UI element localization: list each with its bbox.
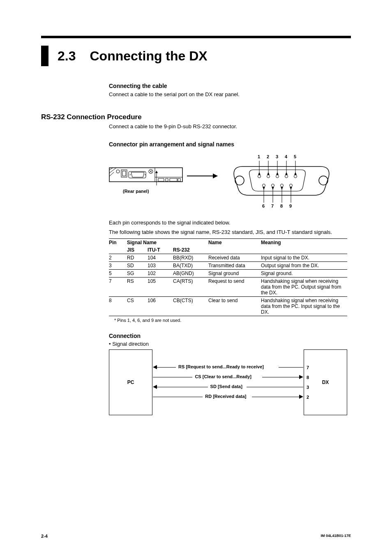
- pin-label: 9: [289, 204, 292, 208]
- table-intro-2: The following table shows the signal nam…: [109, 229, 351, 236]
- cell-jis: SG: [127, 269, 148, 277]
- pin-label: 4: [285, 154, 287, 159]
- svg-line-2: [109, 168, 116, 173]
- svg-point-27: [294, 175, 297, 178]
- svg-marker-47: [281, 187, 283, 190]
- signal-label: CS [Clear to send...Ready]: [195, 374, 251, 379]
- cell-pin: 8: [109, 296, 127, 316]
- svg-marker-20: [155, 171, 158, 173]
- svg-point-22: [319, 176, 328, 185]
- cell-meaning: Handshaking signal when receiving data f…: [261, 277, 347, 296]
- cell-jis: RS: [127, 277, 148, 296]
- svg-point-4: [116, 170, 120, 173]
- svg-marker-49: [290, 187, 292, 190]
- col-sig: Signal Name: [127, 238, 208, 246]
- svg-rect-6: [122, 171, 126, 176]
- dx-label: DX: [304, 379, 347, 385]
- cell-meaning: Output signal from the DX.: [261, 261, 347, 269]
- cell-itu: 102: [148, 269, 173, 277]
- table-footnote: * Pins 1, 4, 6, and 9 are not used.: [114, 318, 351, 323]
- cell-pin: 7: [109, 277, 127, 296]
- svg-line-3: [109, 172, 114, 176]
- section-title: Connecting the DX: [90, 49, 207, 64]
- cell-itu: 104: [148, 254, 173, 261]
- signal-pin: 7: [307, 365, 309, 370]
- col-rs: RS-232: [173, 246, 208, 254]
- svg-point-8: [130, 174, 131, 175]
- pin-label: 7: [271, 204, 274, 208]
- cell-jis: SD: [127, 261, 148, 269]
- cell-meaning: Input signal to the DX.: [261, 254, 347, 261]
- cell-name: Signal ground: [208, 269, 261, 277]
- cell-name: Received data: [208, 254, 261, 261]
- connector-diagram: (Rear panel) 1 2 3 4 5: [109, 154, 351, 212]
- cell-jis: CS: [127, 296, 148, 316]
- svg-rect-16: [166, 178, 168, 181]
- svg-point-30: [281, 184, 284, 187]
- signal-label: RD [Received data]: [205, 394, 246, 399]
- top-rule: [41, 36, 351, 38]
- rs232-text: Connect a cable to the 9-pin D-sub RS-23…: [109, 123, 351, 130]
- signal-pin: 3: [307, 385, 309, 390]
- svg-marker-33: [258, 172, 261, 175]
- signal-label: RS [Request to send...Ready to receive]: [178, 364, 264, 369]
- cell-pin: 5: [109, 269, 127, 277]
- svg-point-25: [276, 175, 279, 178]
- page-number: 2-4: [41, 534, 48, 539]
- cell-name: Request to send: [208, 277, 261, 296]
- cell-rs: CB(CTS): [173, 296, 208, 316]
- rear-panel-label: (Rear panel): [123, 189, 149, 194]
- svg-point-29: [272, 184, 274, 187]
- col-jis: JIS: [127, 246, 148, 254]
- page-footer: 2-4 IM 04L41B01-17E: [41, 534, 351, 539]
- svg-rect-17: [170, 178, 177, 181]
- arrow-icon: [153, 385, 157, 389]
- svg-point-21: [235, 176, 244, 185]
- cell-itu: 106: [148, 296, 173, 316]
- connection-heading: Connection: [109, 333, 351, 339]
- col-name: Name: [208, 238, 261, 246]
- pin-heading: Connector pin arrangement and signal nam…: [109, 141, 351, 148]
- dx-box: DX: [304, 349, 347, 415]
- svg-marker-39: [285, 172, 288, 175]
- signal-direction-bullet: • Signal direction: [109, 341, 351, 347]
- svg-marker-43: [263, 187, 265, 190]
- signal-line: SD [Send data]3: [153, 384, 303, 390]
- signal-line: RD [Received data]2: [153, 394, 303, 400]
- signal-line: RS [Request to send...Ready to receive]7: [153, 364, 303, 370]
- cell-pin: 2: [109, 254, 127, 261]
- table-row: 7RS105CA(RTS)Request to sendHandshaking …: [109, 277, 347, 296]
- rear-panel-drawing: [109, 167, 183, 186]
- pc-box: PC: [109, 349, 152, 415]
- col-meaning: Meaning: [261, 238, 347, 246]
- svg-rect-18: [178, 178, 180, 181]
- cell-itu: 103: [148, 261, 173, 269]
- svg-marker-45: [272, 187, 274, 190]
- svg-point-9: [145, 174, 145, 175]
- table-row: 8CS106CB(CTS)Clear to sendHandshaking si…: [109, 296, 347, 316]
- doc-number: IM 04L41B01-17E: [321, 534, 351, 538]
- arrow-icon: [299, 375, 303, 379]
- pc-label: PC: [109, 379, 152, 385]
- cell-rs: CA(RTS): [173, 277, 208, 296]
- signal-pin: 2: [307, 395, 309, 400]
- pin-label: 1: [258, 154, 260, 159]
- section-marker: [41, 46, 48, 66]
- svg-point-26: [285, 175, 288, 178]
- table-row: 5SG102AB(GND)Signal groundSignal ground.: [109, 269, 347, 277]
- dsub-connector-drawing: 1 2 3 4 5: [224, 154, 339, 212]
- pin-label: 3: [276, 154, 278, 159]
- table-row: 2RD104BB(RXD)Received dataInput signal t…: [109, 254, 347, 261]
- col-itu: ITU-T: [148, 246, 173, 254]
- table-row: 3SD103BA(TXD)Transmitted dataOutput sign…: [109, 261, 347, 269]
- rs232-heading: RS-232 Connection Procedure: [41, 113, 351, 121]
- cell-meaning: Handshaking signal when receiving data f…: [261, 296, 347, 316]
- svg-point-28: [263, 184, 265, 187]
- table-intro-1: Each pin corresponds to the signal indic…: [109, 219, 351, 227]
- cell-jis: RD: [127, 254, 148, 261]
- cell-rs: BB(RXD): [173, 254, 208, 261]
- pin-label: 5: [294, 154, 296, 159]
- cable-heading: Connecting the cable: [109, 83, 351, 89]
- arrow-icon: [299, 395, 303, 399]
- signal-label: SD [Send data]: [210, 384, 242, 389]
